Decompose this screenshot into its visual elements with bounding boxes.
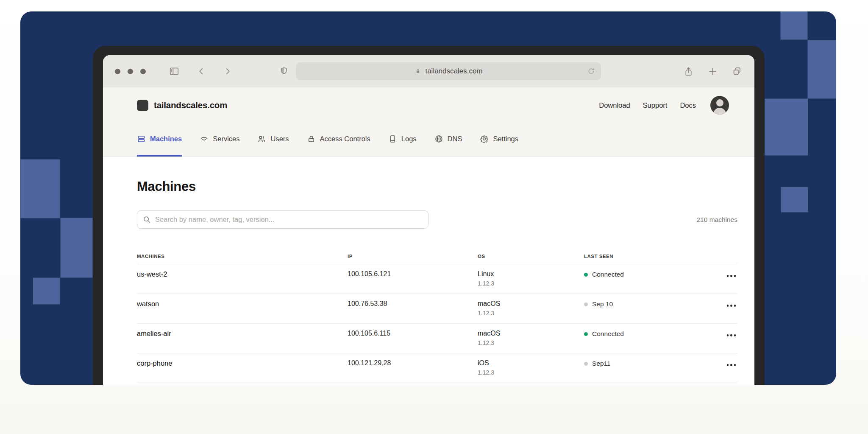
col-header-machines: MACHINES (137, 254, 348, 259)
gear-icon (480, 134, 489, 143)
row-menu-button[interactable] (725, 362, 738, 368)
tab-label: Services (213, 135, 239, 143)
col-header-ip: IP (348, 254, 478, 259)
search-box (137, 210, 428, 229)
window-dot[interactable] (128, 69, 133, 74)
machine-ip: 100.105.6.121 (348, 270, 478, 278)
globe-icon (434, 134, 443, 143)
table-header-row: MACHINES IP OS LAST SEEN (137, 254, 737, 264)
wifi-icon (200, 134, 209, 143)
tab-users[interactable]: Users (257, 123, 289, 157)
machine-ip: 100.105.6.115 (348, 330, 478, 337)
search-icon (142, 215, 151, 226)
col-header-last-seen: LAST SEEN (584, 254, 712, 259)
tab-label: Users (270, 135, 289, 143)
machine-name: us-west-2 (137, 270, 348, 278)
tab-machines[interactable]: Machines (137, 123, 182, 157)
table-row[interactable]: corp-phone 100.121.29.28 iOS 1.12.3 Sep1… (137, 353, 737, 383)
shield-icon[interactable] (279, 66, 289, 76)
window-dot[interactable] (115, 69, 120, 74)
search-input[interactable] (137, 210, 428, 229)
logs-icon (388, 134, 397, 143)
brand-name: tailandscales.com (154, 100, 227, 110)
machine-os: macOS (478, 330, 584, 337)
pattern-square (808, 40, 836, 98)
machine-version: 1.12.3 (478, 280, 584, 287)
tab-logs[interactable]: Logs (388, 123, 417, 157)
machine-count: 210 machines (696, 216, 737, 224)
sidebar-toggle-icon[interactable] (169, 66, 180, 77)
row-menu-button[interactable] (725, 303, 738, 308)
machine-os: macOS (478, 300, 584, 308)
table-row[interactable]: us-west-2 100.105.6.121 Linux 1.12.3 Con… (137, 264, 737, 294)
pattern-square (21, 160, 60, 218)
tab-overview-icon[interactable] (732, 66, 743, 77)
lock-icon (307, 134, 316, 143)
tab-label: Machines (150, 135, 182, 143)
nav-tabs: Machines Services (103, 123, 754, 157)
machine-ip: 100.76.53.38 (348, 300, 478, 308)
pattern-square (781, 187, 808, 212)
browser-toolbar: tailandscales.com (103, 55, 754, 87)
table-row[interactable]: watson 100.76.53.38 macOS 1.12.3 Sep 10 (137, 294, 737, 324)
window-dot[interactable] (140, 69, 146, 74)
pattern-square (765, 99, 808, 155)
machines-table: MACHINES IP OS LAST SEEN us-west-2 100.1… (137, 254, 737, 383)
download-link[interactable]: Download (599, 101, 630, 109)
status-dot (584, 332, 588, 336)
new-tab-icon[interactable] (707, 66, 718, 77)
row-menu-button[interactable] (725, 273, 738, 279)
back-icon[interactable] (197, 67, 206, 76)
status-dot (584, 273, 588, 277)
tab-label: Access Controls (320, 135, 370, 143)
users-icon (257, 134, 266, 143)
tab-dns[interactable]: DNS (434, 123, 462, 157)
tab-label: Settings (493, 135, 518, 143)
status-text: Sep 10 (592, 300, 613, 308)
machine-os: iOS (478, 359, 584, 367)
status-dot (584, 302, 588, 306)
brand[interactable]: tailandscales.com (137, 100, 227, 111)
col-header-os: OS (478, 254, 584, 259)
table-row[interactable]: amelies-air 100.105.6.115 macOS 1.12.3 C… (137, 324, 737, 353)
machine-version: 1.12.3 (478, 339, 584, 346)
site-header: tailandscales.com Download Support Docs (103, 87, 754, 123)
machine-ip: 100.121.29.28 (348, 359, 478, 367)
browser-window: tailandscales.com (93, 46, 765, 385)
status-dot (584, 362, 588, 366)
machine-version: 1.12.3 (478, 310, 584, 316)
docs-link[interactable]: Docs (680, 101, 696, 109)
page-title: Machines (137, 179, 737, 194)
machines-page: Machines 210 machines MACHINES IP (103, 157, 754, 385)
machine-name: watson (137, 300, 348, 308)
tab-settings[interactable]: Settings (480, 123, 518, 157)
lock-icon (414, 67, 422, 75)
machine-version: 1.12.3 (478, 369, 584, 376)
pattern-square (781, 11, 807, 39)
pattern-square (33, 278, 60, 304)
share-icon[interactable] (683, 66, 694, 77)
address-bar[interactable]: tailandscales.com (296, 62, 601, 80)
window-controls[interactable] (115, 69, 146, 74)
refresh-icon[interactable] (587, 67, 596, 78)
pattern-square (61, 218, 92, 277)
machines-icon (137, 134, 146, 143)
machine-name: amelies-air (137, 330, 348, 338)
tab-label: DNS (448, 135, 462, 143)
status-text: Connected (592, 271, 624, 278)
forward-icon[interactable] (223, 67, 232, 76)
url-text: tailandscales.com (425, 67, 482, 76)
status-text: Connected (592, 330, 624, 338)
support-link[interactable]: Support (643, 101, 668, 109)
brand-logo (137, 100, 148, 111)
machine-os: Linux (478, 270, 584, 278)
avatar[interactable] (710, 96, 729, 115)
row-menu-button[interactable] (725, 333, 738, 338)
avatar-body (713, 108, 726, 115)
tab-services[interactable]: Services (200, 123, 239, 157)
status-text: Sep11 (592, 360, 611, 367)
tab-access-controls[interactable]: Access Controls (307, 123, 370, 157)
tab-label: Logs (401, 135, 417, 143)
machine-name: corp-phone (137, 359, 348, 367)
avatar-head (716, 99, 723, 106)
